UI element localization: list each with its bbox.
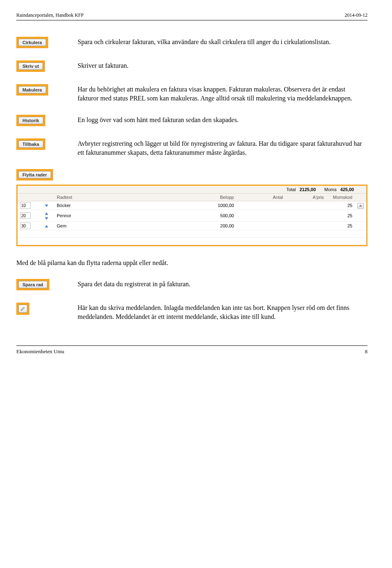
pencil-icon [20, 306, 25, 311]
button-highlight-historik: Historik [16, 115, 45, 126]
spararad-description: Spara det data du registrerat in på fakt… [78, 279, 368, 289]
cell-antal [236, 222, 285, 230]
cell-radtext: Gem [54, 222, 187, 230]
cell-radtext: Böcker [54, 201, 187, 210]
row-number-input[interactable] [20, 202, 31, 209]
spara-rad-button[interactable]: Spara rad [18, 281, 47, 288]
message-button[interactable] [18, 305, 27, 313]
header-left: Raindanceportalen, Handbok KFP [16, 12, 84, 18]
caret-up-icon [359, 205, 362, 207]
arrow-down-icon[interactable] [45, 217, 48, 220]
button-highlight-flytta: Flytta rader [16, 169, 53, 180]
button-highlight-makulera: Makulera [16, 84, 48, 96]
table-row: Böcker 1000,00 25 [18, 201, 366, 210]
historik-button[interactable]: Historik [18, 117, 43, 124]
th-apris: A'pris [285, 194, 326, 201]
cell-moms: 25 [326, 201, 355, 210]
table-row-empty [18, 238, 366, 245]
skrivut-description: Skriver ut fakturan. [78, 60, 368, 70]
cell-radtext: Pennor [54, 210, 187, 222]
row-action-button[interactable] [357, 203, 364, 209]
header-right: 2014-09-12 [345, 12, 368, 18]
table-totals: Total 2125,00 Moms 425,00 [18, 186, 366, 194]
button-highlight-cirkulera: Cirkulera [16, 37, 48, 48]
th-belopp: Belopp [187, 194, 236, 201]
cell-belopp: 500,00 [187, 210, 236, 222]
page-number: 8 [365, 348, 368, 355]
cell-apris [285, 222, 326, 230]
button-highlight-spararad: Spara rad [16, 279, 49, 290]
skriv-ut-button[interactable]: Skriv ut [18, 62, 43, 70]
arrow-up-icon[interactable] [45, 212, 48, 215]
cell-moms: 25 [326, 210, 355, 222]
cell-apris [285, 210, 326, 222]
cell-apris [285, 201, 326, 210]
flytta-rader-button[interactable]: Flytta rader [18, 171, 51, 178]
total-label: Total [286, 187, 296, 192]
cell-moms: 25 [326, 222, 355, 230]
cell-belopp: 200,00 [187, 222, 236, 230]
makulera-button[interactable]: Makulera [18, 86, 46, 94]
button-highlight-tillbaka: Tillbaka [16, 138, 45, 150]
historik-description: En logg över vad som hänt med fakturan s… [78, 115, 368, 125]
footer-left: Ekonomienheten Umu [16, 348, 64, 355]
tillbaka-button[interactable]: Tillbaka [18, 140, 43, 148]
footer-divider [16, 345, 368, 346]
table-row-empty [18, 230, 366, 238]
tillbaka-description: Avbryter registrering och lägger ut bild… [78, 138, 368, 157]
th-momskod: Momskod [326, 194, 355, 201]
header-divider [16, 20, 368, 20]
cirkulera-description: Spara och cirkulerar fakturan, vilka anv… [78, 37, 368, 47]
table-row: Pennor 500,00 25 [18, 210, 366, 222]
table-row: Gem 200,00 25 [18, 222, 366, 230]
moms-label: Moms [324, 187, 336, 192]
cell-belopp: 1000,00 [187, 201, 236, 210]
rows-table: Radtext Belopp Antal A'pris Momskod B [18, 194, 366, 245]
moms-value: 425,00 [340, 187, 354, 192]
row-number-input[interactable] [20, 212, 31, 219]
row-number-input[interactable] [20, 223, 31, 229]
arrow-up-icon[interactable] [45, 225, 48, 227]
button-highlight-message [16, 303, 29, 315]
arrow-down-icon[interactable] [45, 205, 48, 207]
th-radtext: Radtext [54, 194, 187, 201]
cirkulera-button[interactable]: Cirkulera [18, 39, 46, 46]
message-description: Här kan du skriva meddelanden. Inlagda m… [78, 303, 368, 321]
th-antal: Antal [236, 194, 285, 201]
makulera-description: Har du behörighet att makulera en faktur… [78, 84, 368, 102]
body-text-arrows: Med de blå pilarna kan du flytta raderna… [16, 258, 368, 267]
cell-antal [236, 210, 285, 222]
total-value: 2125,00 [300, 187, 316, 192]
button-highlight-skrivut: Skriv ut [16, 60, 45, 72]
rows-table-wrap: Total 2125,00 Moms 425,00 Radtext Belopp… [16, 185, 368, 246]
cell-antal [236, 201, 285, 210]
